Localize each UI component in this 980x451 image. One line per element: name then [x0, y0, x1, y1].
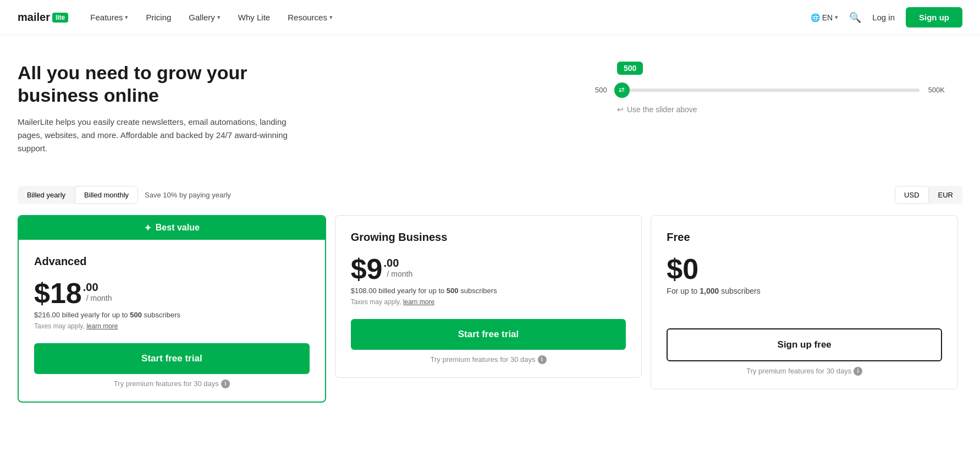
subscriber-slider-section: 500 500 ⇄ 500K ↩ Use the slider above [577, 62, 962, 114]
hero-section: All you need to grow your business onlin… [0, 35, 980, 173]
hero-description: MailerLite helps you easily create newsl… [18, 116, 304, 155]
plan-card-growing: Growing Business $9 .00 / month $108.00 … [335, 215, 642, 378]
nav-pricing[interactable]: Pricing [146, 13, 171, 22]
slider-hint-arrow-icon: ↩ [617, 105, 624, 114]
logo-text: mailer [18, 11, 50, 24]
billing-yearly-button[interactable]: Billed yearly [18, 186, 75, 204]
slider-track[interactable]: ⇄ [616, 89, 920, 92]
trial-note-free: Try premium features for 30 days i [667, 367, 942, 376]
card-body-free: Free $0 For up to 1,000 subscribers Sign… [651, 216, 957, 389]
slider-arrows-icon: ⇄ [619, 86, 625, 94]
nav-gallery[interactable]: Gallery ▾ [189, 13, 221, 22]
tax-learn-more-growing[interactable]: learn more [403, 298, 434, 306]
plan-price-growing: $9 .00 / month [351, 255, 626, 283]
logo-badge: lite [52, 13, 68, 23]
price-main-advanced: $18 [34, 279, 82, 307]
chevron-down-icon: ▾ [125, 14, 128, 21]
globe-icon: 🌐 [811, 13, 820, 22]
navbar-left: mailer lite Features ▾ Pricing Gallery ▾… [18, 11, 333, 24]
plan-name-free: Free [667, 231, 942, 244]
billing-save-text: Save 10% by paying yearly [145, 191, 231, 199]
info-icon-free: i [854, 367, 862, 376]
currency-toggle: USD EUR [895, 186, 962, 204]
hero-title: All you need to grow your business onlin… [18, 62, 304, 107]
plan-card-free: Free $0 For up to 1,000 subscribers Sign… [651, 215, 958, 389]
price-sup-growing: .00 / month [384, 255, 413, 283]
slider-tooltip: 500 [617, 62, 643, 75]
login-button[interactable]: Log in [872, 13, 895, 22]
pricing-cards: ✦ Best value Advanced $18 .00 / month $2… [0, 215, 980, 420]
search-icon: 🔍 [849, 12, 861, 23]
nav-why-lite[interactable]: Why Lite [238, 13, 270, 22]
tax-learn-more-advanced[interactable]: learn more [86, 322, 118, 330]
price-main-growing: $9 [351, 255, 383, 283]
plan-card-advanced: ✦ Best value Advanced $18 .00 / month $2… [18, 215, 326, 403]
slider-max-label: 500K [928, 86, 945, 94]
signup-button[interactable]: Sign up [906, 7, 962, 28]
billing-row: Billed yearly Billed monthly Save 10% by… [0, 173, 980, 215]
price-cents-advanced: .00 [83, 279, 112, 294]
card-body-advanced: Advanced $18 .00 / month $216.00 billed … [19, 240, 325, 402]
best-value-banner: ✦ Best value [19, 216, 325, 240]
price-sup-advanced: .00 / month [83, 279, 112, 307]
trial-note-advanced: Try premium features for 30 days i [34, 380, 310, 388]
navbar-right: 🌐 EN ▾ 🔍 Log in Sign up [811, 7, 962, 28]
price-tax-advanced: Taxes may apply, learn more [34, 322, 310, 330]
hero-left: All you need to grow your business onlin… [18, 62, 304, 155]
currency-usd-button[interactable]: USD [895, 186, 928, 204]
price-tax-growing: Taxes may apply, learn more [351, 298, 626, 306]
chevron-down-icon: ▾ [835, 14, 838, 21]
slider-row: 500 ⇄ 500K [595, 86, 945, 94]
price-period-growing: / month [387, 270, 413, 283]
cta-free[interactable]: Sign up free [667, 328, 942, 361]
nav-features[interactable]: Features ▾ [90, 13, 128, 22]
price-free-note: For up to 1,000 subscribers [667, 287, 942, 295]
nav-links: Features ▾ Pricing Gallery ▾ Why Lite Re… [90, 13, 333, 22]
chevron-down-icon: ▾ [329, 14, 333, 21]
slider-hint: ↩ Use the slider above [617, 105, 945, 114]
billing-left: Billed yearly Billed monthly Save 10% by… [18, 186, 231, 204]
info-icon-growing: i [538, 355, 547, 364]
info-icon-advanced: i [221, 380, 230, 388]
chevron-down-icon: ▾ [217, 14, 221, 21]
slider-min-label: 500 [595, 86, 607, 94]
billing-toggle: Billed yearly Billed monthly [18, 186, 138, 204]
cta-growing[interactable]: Start free trial [351, 319, 626, 350]
card-body-growing: Growing Business $9 .00 / month $108.00 … [335, 216, 642, 377]
plan-price-advanced: $18 .00 / month [34, 279, 310, 307]
search-button[interactable]: 🔍 [849, 12, 861, 24]
logo[interactable]: mailer lite [18, 11, 68, 24]
billing-monthly-button[interactable]: Billed monthly [75, 186, 138, 204]
price-billed-advanced: $216.00 billed yearly for up to 500 subs… [34, 311, 310, 319]
trial-note-growing: Try premium features for 30 days i [351, 355, 626, 364]
slider-thumb[interactable]: ⇄ [614, 82, 630, 98]
currency-eur-button[interactable]: EUR [929, 186, 962, 204]
plan-name-advanced: Advanced [34, 255, 310, 268]
cta-advanced[interactable]: Start free trial [34, 343, 310, 374]
navbar: mailer lite Features ▾ Pricing Gallery ▾… [0, 0, 980, 35]
language-selector[interactable]: 🌐 EN ▾ [811, 13, 838, 22]
price-main-free: $0 [667, 255, 698, 283]
price-period-advanced: / month [86, 294, 112, 307]
price-cents-growing: .00 [384, 255, 413, 270]
price-billed-growing: $108.00 billed yearly for up to 500 subs… [351, 287, 626, 295]
sparkle-icon: ✦ [144, 223, 151, 233]
nav-resources[interactable]: Resources ▾ [288, 13, 333, 22]
plan-name-growing: Growing Business [351, 231, 626, 244]
plan-price-free: $0 [667, 255, 942, 283]
